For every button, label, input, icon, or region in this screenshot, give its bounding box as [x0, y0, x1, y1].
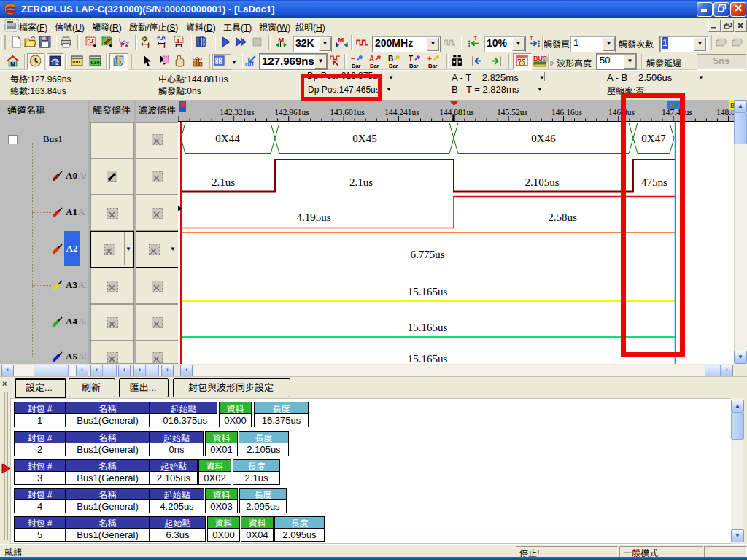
svg-text:N: N	[10, 61, 15, 67]
svg-text:144.241us: 144.241us	[384, 108, 419, 117]
svg-text:6.775us: 6.775us	[410, 249, 444, 260]
svg-text:146.16us: 146.16us	[551, 108, 582, 117]
svg-text:M: M	[338, 36, 344, 44]
svg-text:T: T	[409, 55, 413, 63]
svg-text:T: T	[163, 42, 167, 48]
svg-text:15.165us: 15.165us	[408, 322, 448, 333]
svg-text:0101: 0101	[90, 59, 101, 66]
svg-text:M: M	[278, 36, 284, 44]
svg-text:E: E	[120, 42, 125, 48]
svg-text:Bar: Bar	[409, 63, 419, 69]
svg-text:15.165us: 15.165us	[408, 286, 448, 298]
svg-text:T: T	[176, 36, 180, 44]
svg-text:142.321us: 142.321us	[220, 108, 255, 117]
svg-text:4.195us: 4.195us	[296, 211, 330, 223]
svg-text:144.881us: 144.881us	[439, 108, 474, 117]
svg-text:0X46: 0X46	[531, 133, 556, 144]
svg-text:Bar: Bar	[352, 63, 361, 69]
svg-text:T: T	[530, 36, 533, 42]
svg-text:0X45: 0X45	[352, 133, 376, 144]
svg-text:2.1us: 2.1us	[212, 176, 235, 188]
svg-text:15.165us: 15.165us	[408, 353, 448, 365]
svg-text:145.52us: 145.52us	[497, 108, 527, 117]
svg-text:Bar: Bar	[370, 63, 379, 69]
svg-text:Bar: Bar	[389, 63, 398, 69]
svg-text:2.105us: 2.105us	[525, 176, 559, 188]
svg-text:Bar: Bar	[428, 63, 438, 69]
svg-text:A: A	[369, 55, 374, 63]
svg-text:2.58us: 2.58us	[548, 211, 577, 223]
svg-text:B: B	[388, 55, 393, 63]
svg-text:143.601us: 143.601us	[330, 108, 365, 117]
svg-text:0X44: 0X44	[215, 133, 240, 144]
svg-text:H2: H2	[52, 60, 59, 66]
svg-text:−: −	[351, 55, 355, 63]
svg-text:142.961us: 142.961us	[274, 108, 309, 117]
svg-text:+: +	[427, 55, 432, 63]
svg-text:2.1us: 2.1us	[349, 176, 373, 188]
svg-text:T: T	[147, 42, 151, 48]
